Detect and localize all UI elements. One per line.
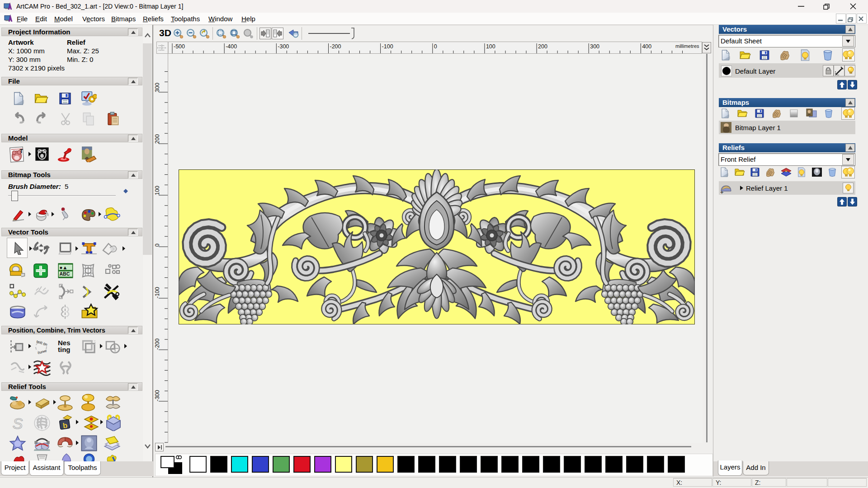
svg-text:+: + [720,189,724,195]
svg-text:300: 300 [590,43,599,50]
svg-text:curve: curve [37,349,47,355]
svg-text:text on: text on [36,339,48,347]
svg-text:ABC: ABC [60,271,70,277]
svg-text:0: 0 [154,244,160,247]
svg-text:-200: -200 [330,43,341,50]
svg-text:T: T [19,148,23,155]
svg-text:400: 400 [642,43,651,50]
svg-text:ting: ting [58,346,71,353]
svg-text:0: 0 [434,43,437,50]
svg-text:100: 100 [486,43,495,50]
svg-text:-100: -100 [382,43,393,50]
svg-text:-400: -400 [226,43,237,50]
svg-text:millimetres: millimetres [675,43,699,49]
svg-text:●▲: ●▲ [60,265,68,270]
svg-text:-300: -300 [278,43,289,50]
svg-text:-300: -300 [154,390,160,401]
svg-text:300: 300 [154,83,160,92]
svg-text:S: S [13,415,23,431]
svg-text:-500: -500 [174,43,185,50]
svg-text:-100: -100 [154,287,160,298]
svg-text:-200: -200 [154,338,160,350]
svg-text:200: 200 [154,134,160,144]
svg-text:100: 100 [154,186,160,195]
svg-text:200: 200 [538,43,547,50]
